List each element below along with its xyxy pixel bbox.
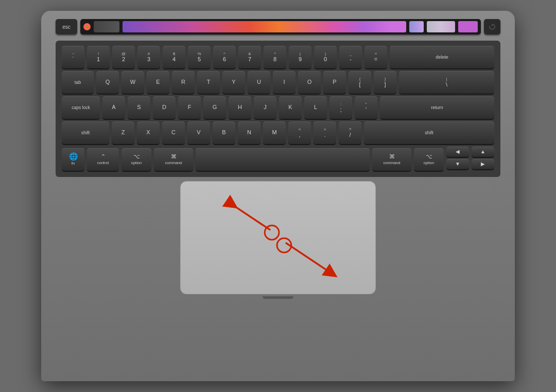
key-6[interactable]: ^6 (213, 46, 236, 68)
key-2[interactable]: @2 (112, 46, 135, 68)
key-option-right[interactable]: ⌥ option (414, 148, 444, 171)
key-b[interactable]: B (213, 121, 235, 144)
key-e[interactable]: E (147, 71, 169, 94)
arrow-key-group: ◀ ▲ ▼ ▶ (446, 147, 494, 172)
key-x[interactable]: X (137, 121, 160, 144)
key-t[interactable]: T (197, 71, 220, 94)
key-arrow-right[interactable]: ▶ (472, 159, 494, 169)
touchbar-right-strip (427, 21, 455, 32)
key-option-left[interactable]: ⌥ option (121, 148, 151, 171)
key-semicolon[interactable]: :; (329, 96, 352, 119)
key-period[interactable]: >. (314, 121, 336, 144)
key-3[interactable]: #3 (137, 46, 160, 68)
key-v[interactable]: V (187, 121, 210, 144)
bottom-bar (263, 296, 293, 299)
key-tab[interactable]: tab (62, 71, 94, 94)
key-f[interactable]: F (178, 96, 201, 119)
key-arrow-down[interactable]: ▼ (446, 159, 469, 169)
key-backslash[interactable]: |\ (399, 71, 494, 94)
keyboard: ~` !1 @2 #3 $4 %5 ^6 &7 *8 (9 )0 _- += d… (56, 41, 500, 177)
key-1[interactable]: !1 (87, 46, 110, 68)
trackpad-area (56, 181, 500, 381)
key-caps-lock[interactable]: caps lock (62, 96, 100, 119)
key-tilde[interactable]: ~` (62, 46, 84, 68)
key-bracket-close[interactable]: }] (374, 71, 396, 94)
key-slash[interactable]: ?/ (339, 121, 361, 144)
key-quote[interactable]: "' (355, 96, 377, 119)
key-bracket-open[interactable]: {[ (349, 71, 371, 94)
key-o[interactable]: O (298, 71, 321, 94)
touchbar-gradient-bar[interactable] (123, 21, 406, 32)
esc-label: esc (62, 24, 71, 30)
close-icon (85, 25, 89, 29)
key-h[interactable]: H (229, 96, 251, 119)
key-space[interactable] (196, 148, 370, 171)
key-shift-right[interactable]: shift (364, 121, 494, 144)
key-fn[interactable]: 🌐 fn (62, 148, 84, 171)
key-equals[interactable]: += (364, 46, 387, 68)
key-0[interactable]: )0 (314, 46, 337, 68)
key-5[interactable]: %5 (188, 46, 211, 68)
esc-key[interactable]: esc (56, 19, 77, 34)
bottom-row: 🌐 fn ⌃ control ⌥ option ⌘ command ⌘ comm… (62, 147, 494, 172)
key-command-left[interactable]: ⌘ command (154, 148, 193, 171)
asdf-row: caps lock A S D F G H J K L :; "' return (62, 96, 494, 119)
touch-bar[interactable] (80, 19, 481, 34)
svg-point-9 (277, 238, 291, 253)
key-k[interactable]: K (279, 96, 302, 119)
power-button[interactable] (484, 19, 500, 34)
key-q[interactable]: Q (96, 71, 119, 94)
qwerty-row: tab Q W E R T Y U I O P {[ }] |\ (62, 71, 494, 94)
key-r[interactable]: R (172, 71, 195, 94)
key-arrow-up[interactable]: ▲ (472, 147, 494, 157)
key-n[interactable]: N (238, 121, 260, 144)
svg-line-7 (286, 243, 332, 273)
touch-bar-row: esc (56, 17, 500, 37)
key-shift-left[interactable]: shift (62, 121, 109, 144)
zxcv-row: shift Z X C V B N M <, >. ?/ shift (62, 121, 494, 144)
svg-point-8 (265, 225, 279, 240)
gesture-annotation (181, 182, 375, 294)
key-s[interactable]: S (128, 96, 150, 119)
svg-line-6 (232, 205, 270, 230)
touchbar-close-button[interactable] (83, 23, 91, 30)
key-c[interactable]: C (162, 121, 185, 144)
key-m[interactable]: M (263, 121, 286, 144)
key-command-right[interactable]: ⌘ command (372, 148, 411, 171)
key-arrow-left[interactable]: ◀ (446, 147, 469, 157)
key-z[interactable]: Z (112, 121, 134, 144)
power-icon (489, 23, 496, 30)
key-u[interactable]: U (248, 71, 270, 94)
key-i[interactable]: I (273, 71, 296, 94)
key-7[interactable]: &7 (238, 46, 261, 68)
key-j[interactable]: J (254, 96, 276, 119)
touchbar-accent (458, 21, 478, 32)
key-8[interactable]: *8 (264, 46, 286, 68)
key-g[interactable]: G (203, 96, 226, 119)
touchbar-slider[interactable] (409, 21, 424, 32)
key-9[interactable]: (9 (289, 46, 311, 68)
key-l[interactable]: L (304, 96, 327, 119)
key-p[interactable]: P (323, 71, 346, 94)
key-control[interactable]: ⌃ control (87, 148, 119, 171)
key-a[interactable]: A (102, 96, 125, 119)
touchbar-control-strip (94, 21, 119, 32)
trackpad[interactable] (180, 181, 376, 294)
key-y[interactable]: Y (222, 71, 245, 94)
macbook-body: esc ~` !1 @2 (41, 11, 515, 381)
key-4[interactable]: $4 (163, 46, 185, 68)
number-row: ~` !1 @2 #3 $4 %5 ^6 &7 *8 (9 )0 _- += d… (62, 46, 494, 68)
key-w[interactable]: W (121, 71, 144, 94)
key-delete[interactable]: delete (390, 46, 494, 68)
key-comma[interactable]: <, (288, 121, 311, 144)
key-d[interactable]: D (153, 96, 176, 119)
key-minus[interactable]: _- (339, 46, 362, 68)
key-return[interactable]: return (380, 96, 494, 119)
